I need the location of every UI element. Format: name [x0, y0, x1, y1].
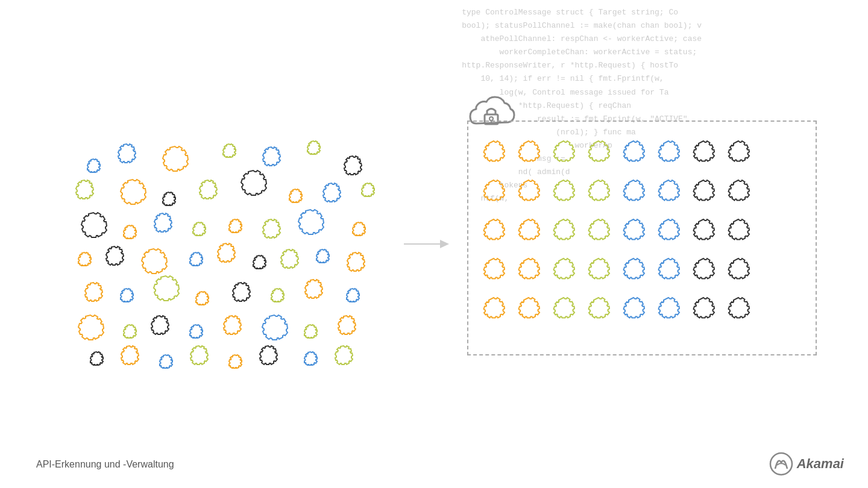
akamai-logo: Akamai: [769, 452, 844, 476]
left-scattered-gears: [36, 72, 386, 374]
akamai-logo-text: Akamai: [797, 456, 844, 472]
direction-arrow: [404, 235, 452, 253]
page-title: API-Erkennung und -Verwaltung: [36, 459, 174, 470]
svg-marker-1: [440, 240, 449, 248]
right-organized-panel: [467, 120, 817, 355]
